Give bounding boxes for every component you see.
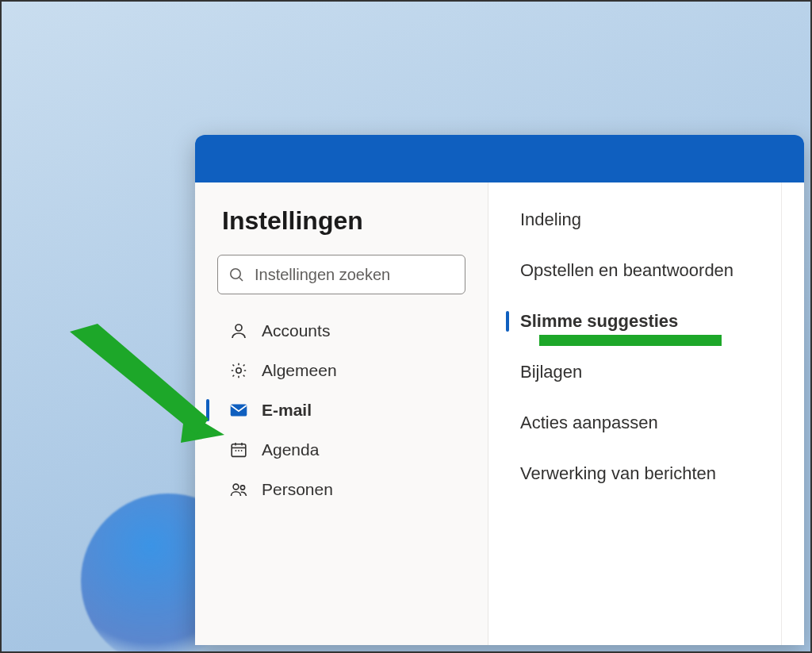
subnav-item-layout[interactable]: Indeling [512, 205, 765, 235]
sidebar-item-people[interactable]: Personen [217, 471, 465, 509]
mail-icon [228, 400, 249, 421]
svg-point-11 [241, 450, 243, 451]
subnav-item-compose[interactable]: Opstellen en beantwoorden [512, 255, 765, 286]
svg-line-1 [239, 278, 243, 281]
svg-point-0 [231, 269, 240, 278]
subnav-item-label: Acties aanpassen [520, 413, 658, 432]
settings-search-input[interactable] [217, 255, 465, 294]
subnav-item-label: Bijlagen [520, 362, 582, 382]
annotation-underline [539, 335, 722, 346]
settings-title: Instellingen [222, 206, 465, 236]
sidebar-item-general[interactable]: Algemeen [217, 351, 465, 390]
svg-point-13 [240, 486, 244, 490]
subnav-item-customize-actions[interactable]: Acties aanpassen [512, 408, 765, 438]
sidebar-item-email[interactable]: E-mail [217, 391, 465, 429]
settings-subnav-list: Indeling Opstellen en beantwoorden Slimm… [512, 205, 765, 489]
svg-rect-4 [231, 404, 247, 416]
svg-point-9 [236, 450, 237, 451]
settings-nav-list: Accounts Algemeen [217, 312, 465, 509]
svg-marker-15 [70, 324, 209, 435]
person-icon [228, 321, 249, 341]
subnav-item-attachments[interactable]: Bijlagen [512, 357, 765, 387]
window-titlebar [195, 135, 804, 182]
sidebar-item-label: Algemeen [262, 361, 337, 380]
subnav-item-label: Verwerking van berichten [520, 463, 716, 483]
settings-window: Instellingen [195, 135, 804, 645]
sidebar-item-label: E-mail [262, 401, 312, 420]
window-content: Instellingen [195, 182, 804, 645]
search-field-wrap [217, 255, 465, 294]
subnav-item-label: Indeling [520, 209, 581, 229]
sidebar-item-calendar[interactable]: Agenda [217, 431, 465, 469]
settings-subpane: Indeling Opstellen en beantwoorden Slimm… [488, 182, 782, 645]
svg-point-2 [236, 325, 242, 331]
gear-icon [228, 360, 249, 381]
subnav-item-label: Slimme suggesties [520, 311, 678, 331]
subnav-item-label: Opstellen en beantwoorden [520, 260, 733, 280]
detail-pane-sliver [782, 182, 804, 645]
search-icon [228, 267, 244, 282]
sidebar-item-label: Personen [262, 480, 333, 499]
settings-sidebar: Instellingen [195, 182, 488, 645]
sidebar-item-label: Accounts [262, 321, 330, 340]
subnav-item-smart-suggestions[interactable]: Slimme suggesties [512, 306, 765, 336]
sidebar-item-label: Agenda [262, 440, 319, 459]
sidebar-item-accounts[interactable]: Accounts [217, 312, 465, 350]
svg-point-12 [233, 484, 239, 490]
svg-point-10 [238, 450, 239, 451]
people-icon [228, 479, 249, 500]
svg-point-3 [236, 368, 241, 373]
subnav-item-message-handling[interactable]: Verwerking van berichten [512, 459, 765, 489]
calendar-icon [228, 440, 249, 460]
